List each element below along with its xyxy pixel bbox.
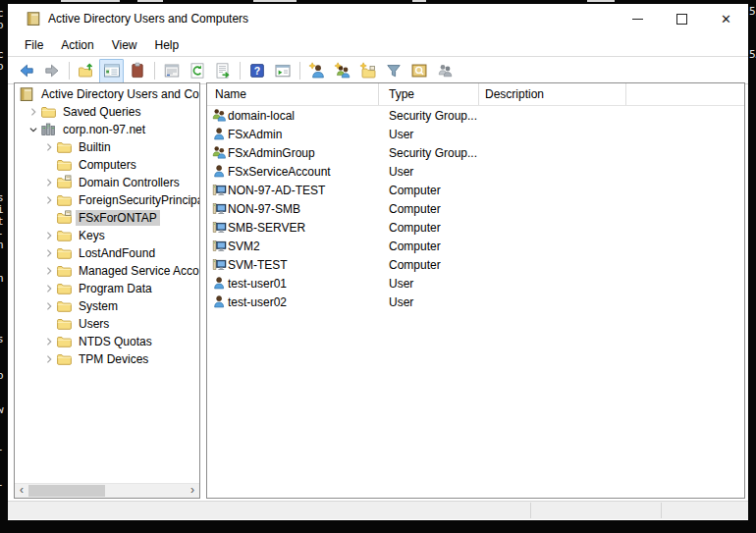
menu-help[interactable]: Help xyxy=(148,35,187,55)
tree-item-label: NTDS Quotas xyxy=(76,334,155,349)
tree-item-keys[interactable]: Keys xyxy=(15,227,199,244)
tree-item-users[interactable]: Users xyxy=(15,315,199,333)
list-row-non-97-smb[interactable]: NON-97-SMBComputer xyxy=(207,199,744,218)
chevron-right-icon[interactable] xyxy=(42,351,56,367)
toolbar-export-list-button[interactable] xyxy=(210,59,235,83)
up-level-icon xyxy=(78,62,95,80)
list-row-test-user02[interactable]: test-user02User xyxy=(207,293,744,311)
export-list-icon xyxy=(214,62,232,80)
clipped-terminal-text: s xyxy=(0,334,4,345)
group-icon xyxy=(212,145,228,161)
clipboard-icon xyxy=(129,62,146,80)
toolbar-users-gray-button[interactable] xyxy=(432,59,457,83)
list-row-svm2[interactable]: SVM2Computer xyxy=(207,237,744,255)
chevron-right-icon[interactable] xyxy=(42,281,56,296)
scroll-left-arrow[interactable]: ‹ xyxy=(15,484,28,498)
menu-file[interactable]: File xyxy=(18,35,50,55)
minimize-button[interactable] xyxy=(616,4,660,33)
chevron-right-icon[interactable] xyxy=(42,192,56,208)
list-row-smb-server[interactable]: SMB-SERVERComputer xyxy=(207,218,744,237)
cell-name: FSxAdminGroup xyxy=(207,145,379,161)
tree-item-tpm-devices[interactable]: TPM Devices xyxy=(15,350,199,368)
computer-icon xyxy=(212,220,228,236)
user-icon xyxy=(212,294,228,310)
clipped-terminal-text: n xyxy=(0,240,4,250)
clipped-terminal-text xyxy=(412,0,426,2)
tree-item-label: corp.non-97.net xyxy=(60,122,148,137)
tree-item-active-directory-users-and-computers[interactable]: Active Directory Users and Computers xyxy=(15,85,199,103)
toolbar-show-console-tree-button[interactable] xyxy=(99,59,124,83)
tree-item-builtin[interactable]: Builtin xyxy=(15,138,199,156)
tree-item-lostandfound[interactable]: LostAndFound xyxy=(15,244,199,262)
toolbar-forward-button[interactable] xyxy=(39,59,64,83)
scrollbar-thumb[interactable] xyxy=(28,485,105,497)
column-header-description[interactable]: Description xyxy=(479,83,626,105)
tree-item-saved-queries[interactable]: Saved Queries xyxy=(15,103,199,121)
cell-type: User xyxy=(379,277,479,291)
tree-item-label: ForeignSecurityPrincipals xyxy=(76,192,200,208)
toolbar-find-button[interactable] xyxy=(406,59,431,83)
back-icon xyxy=(18,62,35,80)
list-row-fsxadmingroup[interactable]: FSxAdminGroupSecurity Group... xyxy=(207,143,744,162)
toolbar-help-button[interactable]: ? xyxy=(244,59,269,83)
scroll-right-arrow[interactable]: › xyxy=(186,484,199,498)
cell-type: User xyxy=(379,128,479,141)
list-row-svm-test[interactable]: SVM-TESTComputer xyxy=(207,255,744,274)
tree-item-program-data[interactable]: Program Data xyxy=(15,280,199,297)
menu-view[interactable]: View xyxy=(105,35,144,55)
aduc-app-icon xyxy=(26,11,41,27)
clipped-terminal-text: - xyxy=(0,444,4,454)
list-row-test-user01[interactable]: test-user01User xyxy=(207,274,744,293)
console-tree-pane: Active Directory Users and ComputersSave… xyxy=(14,82,200,499)
toolbar-new-ou-button[interactable] xyxy=(355,59,380,83)
tree-item-domain-controllers[interactable]: Domain Controllers xyxy=(15,174,199,191)
toolbar-clipboard-button[interactable] xyxy=(125,59,149,83)
column-header-name[interactable]: Name xyxy=(207,83,379,105)
toolbar-new-group-button[interactable] xyxy=(330,59,354,83)
toolbar-back-button[interactable] xyxy=(14,59,38,83)
folder-icon xyxy=(56,351,72,367)
chevron-right-icon[interactable] xyxy=(42,245,56,261)
user-icon xyxy=(212,276,228,292)
chevron-right-icon[interactable] xyxy=(42,228,56,243)
chevron-down-icon[interactable] xyxy=(27,122,40,137)
chevron-right-icon[interactable] xyxy=(42,175,56,190)
chevron-right-icon[interactable] xyxy=(42,263,56,279)
chevron-right-icon[interactable] xyxy=(42,334,56,349)
new-window-icon xyxy=(274,62,292,80)
list-row-fsxadmin[interactable]: FSxAdminUser xyxy=(207,125,744,143)
folder-icon xyxy=(56,139,72,155)
toolbar-up-level-button[interactable] xyxy=(74,59,98,83)
properties-icon xyxy=(163,62,181,80)
tree-item-fsxforontap[interactable]: FSxForONTAP xyxy=(15,209,199,227)
maximize-button[interactable] xyxy=(660,4,704,33)
toolbar-refresh-button[interactable] xyxy=(185,59,209,83)
user-icon xyxy=(212,164,228,180)
tree-item-label: Managed Service Accounts xyxy=(76,263,200,279)
list-row-fsxserviceaccount[interactable]: FSxServiceAccountUser xyxy=(207,162,744,181)
tree-item-system[interactable]: System xyxy=(15,297,199,315)
tree-item-foreignsecurityprincipals[interactable]: ForeignSecurityPrincipals xyxy=(15,191,199,209)
list-row-non-97-ad-test[interactable]: NON-97-AD-TESTComputer xyxy=(207,181,744,199)
toolbar-new-user-button[interactable] xyxy=(304,59,329,83)
column-header-type[interactable]: Type xyxy=(379,83,479,105)
object-name: NON-97-AD-TEST xyxy=(228,184,325,197)
tree-item-managed-service-accounts[interactable]: Managed Service Accounts xyxy=(15,262,199,280)
tree-item-ntds-quotas[interactable]: NTDS Quotas xyxy=(15,333,199,350)
toolbar-properties-button[interactable] xyxy=(159,59,184,83)
close-button[interactable]: ✕ xyxy=(704,4,748,33)
chevron-right-icon[interactable] xyxy=(27,104,40,120)
tree-item-corp-non-97-net[interactable]: corp.non-97.net xyxy=(15,121,199,138)
chevron-right-icon[interactable] xyxy=(42,139,56,155)
folder-icon xyxy=(56,316,72,332)
filter-icon xyxy=(385,62,403,80)
clipped-terminal-text xyxy=(61,0,120,2)
tree-horizontal-scrollbar[interactable]: ‹ › xyxy=(15,483,199,498)
tree-item-computers[interactable]: Computers xyxy=(15,156,199,174)
ou-folder-icon xyxy=(56,210,72,226)
chevron-right-icon[interactable] xyxy=(42,298,56,314)
list-row-domain-local[interactable]: domain-localSecurity Group... xyxy=(207,106,744,125)
menu-action[interactable]: Action xyxy=(54,35,100,55)
toolbar-filter-button[interactable] xyxy=(381,59,405,83)
toolbar-new-window-button[interactable] xyxy=(270,59,295,83)
